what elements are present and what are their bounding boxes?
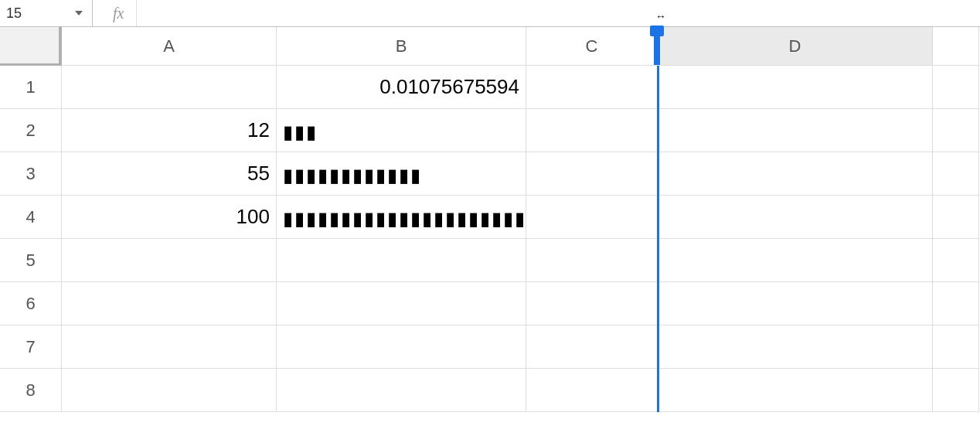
sparkline-bar: ▮▮▮ xyxy=(283,121,318,140)
cell-D2[interactable] xyxy=(658,109,933,152)
cell-C8[interactable] xyxy=(526,369,658,412)
cell-E5[interactable] xyxy=(933,239,979,282)
cell-B8[interactable] xyxy=(277,369,526,412)
rows-container: 1 0.01075675594 2 12 ▮▮▮ 3 55 ▮▮▮▮▮▮▮▮▮▮… xyxy=(0,66,980,412)
cell-B1[interactable]: 0.01075675594 xyxy=(277,66,526,109)
formula-bar: 15 fx xyxy=(0,0,980,27)
cell-C7[interactable] xyxy=(526,325,658,369)
column-header-E[interactable] xyxy=(933,27,979,66)
cell-D1[interactable] xyxy=(658,66,933,109)
name-box-value: 15 xyxy=(6,5,75,22)
cell-D6[interactable] xyxy=(658,282,933,325)
cell-B2[interactable]: ▮▮▮ xyxy=(277,109,526,152)
cell-A6[interactable] xyxy=(62,282,277,325)
sparkline-bar: ▮▮▮▮▮▮▮▮▮▮▮▮▮▮▮▮▮▮▮▮▮▮ xyxy=(283,208,526,227)
fx-area: fx xyxy=(93,0,137,26)
spreadsheet-grid: A B C ↔ D 1 0.01075675594 2 xyxy=(0,27,980,412)
cell-E3[interactable] xyxy=(933,152,979,196)
row-2: 2 12 ▮▮▮ xyxy=(0,109,980,152)
row-header-2[interactable]: 2 xyxy=(0,109,62,152)
cell-D8[interactable] xyxy=(658,369,933,412)
cell-B7[interactable] xyxy=(277,325,526,369)
cell-A7[interactable] xyxy=(62,325,277,369)
column-header-A[interactable]: A xyxy=(62,27,277,66)
cell-C2[interactable] xyxy=(526,109,658,152)
fx-label: fx xyxy=(97,5,131,22)
cell-C3[interactable] xyxy=(526,152,658,196)
row-1: 1 0.01075675594 xyxy=(0,66,980,109)
row-8: 8 xyxy=(0,369,980,412)
cell-E7[interactable] xyxy=(933,325,979,369)
column-header-B[interactable]: B xyxy=(277,27,526,66)
cell-E2[interactable] xyxy=(933,109,979,152)
column-resize-grab[interactable] xyxy=(650,26,664,36)
formula-input[interactable] xyxy=(137,0,980,26)
cell-B4[interactable]: ▮▮▮▮▮▮▮▮▮▮▮▮▮▮▮▮▮▮▮▮▮▮ xyxy=(277,196,526,239)
cell-C1[interactable] xyxy=(526,66,658,109)
cell-A1[interactable] xyxy=(62,66,277,109)
dropdown-icon[interactable] xyxy=(75,11,83,15)
column-resize-vline xyxy=(657,66,659,412)
sparkline-bar: ▮▮▮▮▮▮▮▮▮▮▮▮ xyxy=(283,165,422,183)
column-header-D[interactable]: D xyxy=(658,27,933,66)
cell-E4[interactable] xyxy=(933,196,979,239)
cell-A2[interactable]: 12 xyxy=(62,109,277,152)
row-6: 6 xyxy=(0,282,980,325)
row-3: 3 55 ▮▮▮▮▮▮▮▮▮▮▮▮ xyxy=(0,152,980,196)
cell-B6[interactable] xyxy=(277,282,526,325)
cell-E8[interactable] xyxy=(933,369,979,412)
row-4: 4 100 ▮▮▮▮▮▮▮▮▮▮▮▮▮▮▮▮▮▮▮▮▮▮ xyxy=(0,196,980,239)
row-header-5[interactable]: 5 xyxy=(0,239,62,282)
row-header-7[interactable]: 7 xyxy=(0,325,62,369)
resize-cursor-icon: ↔ xyxy=(655,10,666,22)
row-header-4[interactable]: 4 xyxy=(0,196,62,239)
row-5: 5 xyxy=(0,239,980,282)
cell-C4[interactable] xyxy=(526,196,658,239)
row-header-3[interactable]: 3 xyxy=(0,152,62,196)
cell-C5[interactable] xyxy=(526,239,658,282)
column-headers-row: A B C ↔ D xyxy=(0,27,980,66)
cell-E1[interactable] xyxy=(933,66,979,109)
cell-D3[interactable] xyxy=(658,152,933,196)
cell-A4[interactable]: 100 xyxy=(62,196,277,239)
cell-D4[interactable] xyxy=(658,196,933,239)
row-header-8[interactable]: 8 xyxy=(0,369,62,412)
cell-C6[interactable] xyxy=(526,282,658,325)
row-header-6[interactable]: 6 xyxy=(0,282,62,325)
row-header-1[interactable]: 1 xyxy=(0,66,62,109)
name-box[interactable]: 15 xyxy=(0,0,93,26)
cell-E6[interactable] xyxy=(933,282,979,325)
cell-B5[interactable] xyxy=(277,239,526,282)
column-header-C[interactable]: C ↔ xyxy=(526,27,658,66)
cell-D7[interactable] xyxy=(658,325,933,369)
row-7: 7 xyxy=(0,325,980,369)
cell-A5[interactable] xyxy=(62,239,277,282)
cell-A3[interactable]: 55 xyxy=(62,152,277,196)
cell-B3[interactable]: ▮▮▮▮▮▮▮▮▮▮▮▮ xyxy=(277,152,526,196)
cell-D5[interactable] xyxy=(658,239,933,282)
cell-A8[interactable] xyxy=(62,369,277,412)
select-all-corner[interactable] xyxy=(0,27,62,66)
